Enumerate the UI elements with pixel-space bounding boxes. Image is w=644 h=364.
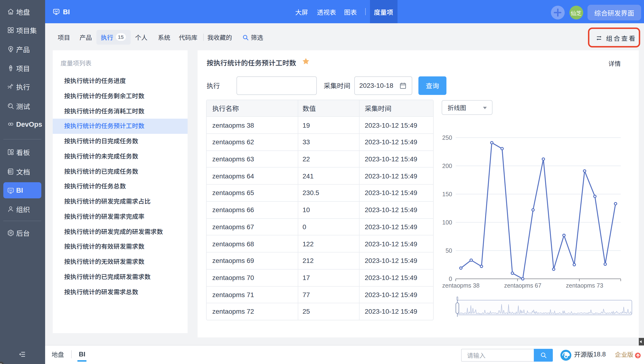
svg-text:50: 50 <box>446 247 452 254</box>
svg-text:150: 150 <box>442 191 452 198</box>
svg-text:100: 100 <box>442 219 452 226</box>
svg-text:zentaopms 73: zentaopms 73 <box>566 282 603 289</box>
svg-text:0: 0 <box>449 276 452 282</box>
svg-text:zentaopms 38: zentaopms 38 <box>442 282 479 289</box>
svg-text:200: 200 <box>442 162 452 169</box>
svg-text:zentaopms 67: zentaopms 67 <box>504 282 541 289</box>
svg-text:250: 250 <box>442 134 452 141</box>
